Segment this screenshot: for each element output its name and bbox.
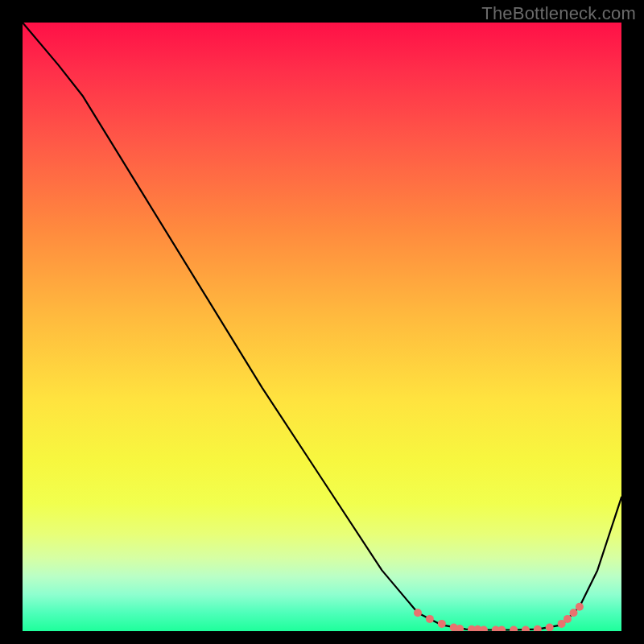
data-marker	[576, 603, 584, 611]
data-marker	[438, 620, 446, 628]
data-marker	[480, 626, 488, 632]
data-marker	[522, 626, 530, 632]
data-marker	[534, 625, 542, 631]
chart-frame: TheBottleneck.com	[0, 0, 644, 644]
data-marker	[510, 626, 518, 632]
data-marker	[414, 609, 422, 617]
watermark-text: TheBottleneck.com	[481, 3, 636, 24]
data-marker	[426, 615, 434, 623]
data-marker	[564, 615, 572, 623]
data-curve	[23, 23, 621, 631]
data-marker	[497, 626, 506, 632]
data-marker	[546, 624, 554, 632]
plot-area	[23, 23, 621, 631]
data-marker	[570, 609, 578, 617]
